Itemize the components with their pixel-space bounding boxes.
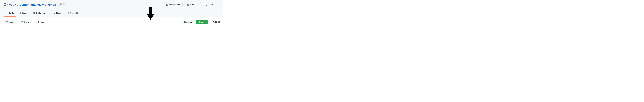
tab-pull-requests-label: Pull requests [36,12,48,14]
fork-label: Fork [209,4,213,6]
code-button-label: Code [198,21,203,23]
notifications-button[interactable]: Notifications [164,2,182,7]
tab-pull-requests[interactable]: Pull requests [31,10,50,17]
star-label: Star [190,4,194,6]
tags-count-label: tags [40,21,44,23]
code-download-button[interactable]: Code [196,20,208,24]
tags-link[interactable]: 0 tags [35,21,44,23]
branches-link[interactable]: 1 branch [20,21,32,23]
repo-icon [4,3,6,6]
tab-security[interactable]: Security [51,10,66,17]
tab-security-label: Security [56,12,64,14]
branch-icon [20,21,23,23]
notifications-label: Notifications [169,4,180,6]
pull-request-icon [33,12,35,14]
tab-code-label: Code [9,12,14,14]
issues-icon [18,12,21,14]
branch-count: 1 [24,21,25,23]
repo-name-link[interactable]: python-data-viz-workshop [20,3,56,7]
star-button[interactable]: Star [185,2,201,7]
repo-title-row: <you> / python-data-viz-workshop Public … [0,0,223,8]
go-to-file-button[interactable]: Go to file [182,20,195,24]
path-separator: / [18,3,18,7]
owner-link[interactable]: <you> [7,3,16,7]
branch-select-button[interactable]: main [4,20,18,24]
repo-toolbar: main 1 branch 0 tags Go to file Code Abo… [0,17,223,26]
tab-insights-label: Insights [72,12,79,14]
tab-insights[interactable]: Insights [66,10,81,17]
fork-icon [206,3,208,6]
star-count [196,3,201,6]
tab-issues-label: Issues [22,12,28,14]
tags-count: 0 [38,21,39,23]
star-icon [187,3,190,6]
repo-header: <you> / python-data-viz-workshop Public … [0,0,223,17]
visibility-badge: Public [58,3,66,6]
branch-name: main [9,21,13,23]
tag-icon [35,21,37,23]
branch-count-label: branch [26,21,32,23]
caret-down-icon [204,22,206,22]
fork-button[interactable]: Fork [203,2,220,7]
tab-code[interactable]: Code [4,10,16,17]
bell-icon [166,3,168,6]
caret-down-icon [14,22,16,22]
about-heading: About [213,21,220,23]
fork-count [214,3,220,6]
repo-tabs: Code Issues Pull requests Security Insig… [0,10,223,17]
code-icon [5,12,8,14]
branch-icon [6,21,8,23]
go-to-file-label: Go to file [184,21,192,23]
tab-issues[interactable]: Issues [17,10,30,17]
graph-icon [68,12,71,14]
shield-icon [53,12,55,14]
